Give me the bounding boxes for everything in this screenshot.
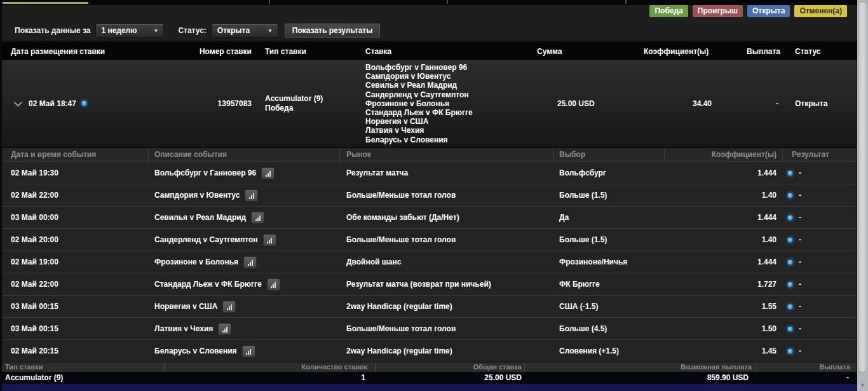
bet-table-header: Дата размещения ставки Номер ставки Тип … <box>2 43 857 60</box>
statistics-icon[interactable] <box>218 323 231 335</box>
show-results-button[interactable]: Показать результаты <box>285 24 381 38</box>
header-event-result: Результат <box>792 148 829 161</box>
open-status-marker-icon <box>82 101 86 106</box>
bet-amount: 25.00 USD <box>557 60 595 147</box>
header-bet-date: Дата размещения ставки <box>11 43 105 60</box>
statistics-icon[interactable] <box>267 278 280 291</box>
header-summary-type: Тип ставки <box>5 362 43 372</box>
event-datetime: 02 Май 20:00 <box>11 229 58 250</box>
event-result: - <box>788 184 801 206</box>
pending-marker-icon <box>788 327 792 331</box>
legend-cancelled-button[interactable]: Отменен(а) <box>794 5 847 17</box>
pending-marker-icon <box>788 260 792 264</box>
header-summary-payout: Выплата <box>783 362 850 372</box>
event-datetime: 02 Май 20:15 <box>11 340 58 362</box>
event-description: Сампдория v Ювентус <box>154 184 258 206</box>
vertical-scrollbar[interactable]: ▼ <box>857 0 868 391</box>
status-select[interactable]: Открыта ▼ <box>212 24 278 38</box>
event-datetime: 02 Май 19:00 <box>11 251 58 273</box>
summary-values: Accumulator (9) 1 25.00 USD 859.90 USD - <box>2 372 857 384</box>
statistics-icon[interactable] <box>242 345 255 357</box>
bet-odds: 34.40 <box>644 60 712 147</box>
column-divider <box>553 148 554 161</box>
event-odds: 1.40 <box>701 184 776 206</box>
tab-divider <box>625 0 627 4</box>
bet-type-name: Accumulator (9) <box>265 94 323 104</box>
event-result-value: - <box>799 302 801 311</box>
bet-type: Accumulator (9) Победа <box>265 60 323 147</box>
event-pick: Больше (4.5) <box>559 318 607 340</box>
period-label: Показать данные за <box>15 26 90 35</box>
statistics-icon[interactable] <box>245 189 258 202</box>
event-description: Латвия v Чехия <box>154 318 231 340</box>
header-bet-number: Номер ставки <box>161 43 252 60</box>
filter-panel: Победа Проигрыш Открыта Отменен(а) Показ… <box>2 5 857 41</box>
event-pick: Да <box>559 207 569 228</box>
event-name: Севилья v Реал Мадрид <box>154 213 246 222</box>
statistics-icon[interactable] <box>263 234 276 246</box>
chevron-down-icon: ▼ <box>268 28 273 34</box>
scrollbar-thumb[interactable] <box>858 1 867 373</box>
event-odds: 1.40 <box>701 229 776 250</box>
collapse-chevron-icon[interactable] <box>13 100 23 109</box>
header-event-odds: Коэффициент(ы) <box>701 148 776 161</box>
pending-marker-icon <box>788 238 792 242</box>
event-odds: 1.45 <box>701 340 776 362</box>
event-name: Сандерленд v Саутгемптон <box>154 235 258 244</box>
event-row: 03 Май 00:15 Латвия v Чехия Больше/Меньш… <box>2 317 857 340</box>
event-datetime: 02 Май 19:30 <box>11 162 58 184</box>
header-bet-status: Статус <box>795 43 820 60</box>
status-legend: Победа Проигрыш Открыта Отменен(а) <box>649 5 847 17</box>
event-row: 02 Май 19:00 Фрозиноне v Болонья Двойной… <box>2 250 857 273</box>
bet-placed-date: 02 Май 18:47 <box>29 60 86 147</box>
event-result: - <box>788 207 801 228</box>
bet-selection: Беларусь v Словения <box>365 135 473 144</box>
events-table-body: 02 Май 19:30 Вольфсбург v Ганновер 96 Ре… <box>2 161 857 362</box>
event-row: 03 Май 00:00 Севилья v Реал Мадрид Обе к… <box>2 206 857 228</box>
event-result-value: - <box>799 280 801 289</box>
statistics-icon[interactable] <box>243 256 257 268</box>
statistics-icon[interactable] <box>251 212 264 224</box>
chevron-down-icon: ▼ <box>153 28 158 34</box>
event-odds: 1.444 <box>701 207 776 228</box>
tab-bar <box>0 0 857 5</box>
event-datetime: 02 Май 22:00 <box>11 184 58 206</box>
bet-selection: Норвегия v США <box>365 117 473 126</box>
event-odds: 1.55 <box>701 296 776 317</box>
event-result-value: - <box>799 346 801 355</box>
filter-controls: Показать данные за 1 неделю ▼ Статус: От… <box>15 24 380 38</box>
event-result-value: - <box>799 235 801 244</box>
scrollbar-down-arrow-icon[interactable]: ▼ <box>857 383 868 388</box>
summary-count: 1 <box>256 372 365 384</box>
event-result-value: - <box>799 168 801 177</box>
statistics-icon[interactable] <box>222 301 236 313</box>
event-name: Фрозиноне v Болонья <box>154 257 238 266</box>
bet-selection: Вольфсбург v Ганновер 96 <box>365 63 473 72</box>
statistics-icon[interactable] <box>261 167 275 179</box>
pending-marker-icon <box>788 193 792 198</box>
event-description: Норвегия v США <box>154 296 236 317</box>
event-pick: Словения (+1.5) <box>559 340 619 362</box>
header-bet-odds: Коэффициент(ы) <box>644 43 709 60</box>
column-divider <box>339 148 340 161</box>
bet-row: 02 Май 18:47 13957083 Accumulator (9) По… <box>2 60 857 147</box>
legend-open-button[interactable]: Открыта <box>747 5 790 17</box>
event-market: Больше/Меньше тотал голов <box>346 318 456 340</box>
bet-selection: Сампдория v Ювентус <box>365 72 473 81</box>
event-market: Результат матча <box>346 162 408 184</box>
event-market: Больше/Меньше тотал голов <box>346 229 456 250</box>
legend-loss-button[interactable]: Проигрыш <box>693 5 743 17</box>
bet-selection: Сандерленд v Саутгемптон <box>365 90 473 99</box>
pending-marker-icon <box>788 282 792 287</box>
column-divider <box>164 362 165 372</box>
period-select[interactable]: 1 неделю ▼ <box>95 24 164 38</box>
bet-status: Открыта <box>795 60 827 147</box>
event-market: Больше/Меньше тотал голов <box>346 184 456 206</box>
event-datetime: 03 Май 00:15 <box>11 318 58 340</box>
event-name: Норвегия v США <box>154 302 217 311</box>
legend-win-button[interactable]: Победа <box>649 5 688 17</box>
bottom-strip <box>2 384 857 391</box>
event-result-value: - <box>799 257 801 266</box>
bet-placed-date-value: 02 Май 18:47 <box>29 99 76 108</box>
event-result: - <box>788 162 801 184</box>
